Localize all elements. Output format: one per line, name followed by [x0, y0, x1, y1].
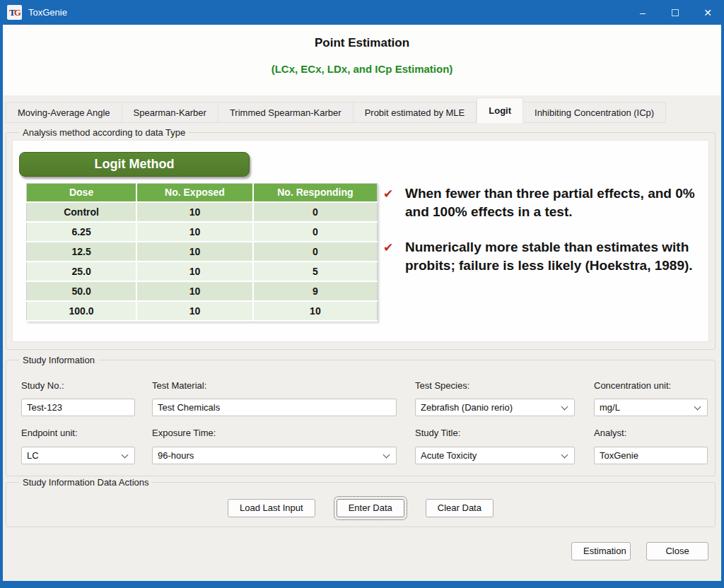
enter-data-button[interactable]: Enter Data [337, 499, 404, 517]
column-header-responding: No. Responding [253, 184, 378, 202]
maximize-button[interactable] [659, 0, 691, 25]
test-species-label: Test Species: [415, 380, 469, 391]
cell-dose: 6.25 [27, 222, 137, 242]
table-header-row: Dose No. Exposed No. Responding [27, 184, 378, 202]
endpoint-unit-select[interactable]: LC [21, 447, 135, 464]
test-species-value: Zebrafish (Danio rerio) [421, 402, 513, 413]
study-information-label: Study Information [19, 355, 98, 365]
dose-response-table: Dose No. Exposed No. Responding Control … [26, 183, 378, 322]
page-subtitle: (LCx, ECx, LDx, and ICp Estimation) [3, 63, 721, 75]
concentration-unit-select[interactable]: mg/L [594, 399, 708, 416]
study-title-label: Study Title: [415, 428, 460, 438]
test-material-input[interactable]: Test Chemicals [152, 399, 397, 416]
dialog-body: Point Estimation (LCx, ECx, LDx, and ICp… [0, 25, 724, 588]
cell-dose: 50.0 [27, 281, 137, 301]
method-note-text: Numerically more stable than estimates w… [405, 240, 693, 273]
analyst-label: Analyst: [594, 428, 626, 438]
logit-method-banner: Logit Method [19, 152, 250, 177]
tab-trimmed-spearman-karber[interactable]: Trimmed Spearman-Karber [218, 102, 354, 123]
close-button[interactable]: ✕ [691, 0, 724, 25]
table-row: 6.25 10 0 [27, 222, 378, 242]
method-note-item: ✔ When fewer than three partial effects,… [383, 184, 705, 221]
app-logo-icon: TG [7, 5, 22, 20]
analyst-input[interactable]: ToxGenie [594, 447, 708, 464]
cell-responding: 0 [253, 242, 378, 261]
data-actions-groupbox: Study Information Data Actions Load Last… [6, 482, 716, 527]
study-title-select[interactable]: Acute Toxicity [415, 447, 575, 464]
app-window: TG ToxGenie – ✕ Point Estimation (LCx, E… [0, 0, 724, 588]
cell-responding: 9 [253, 281, 378, 301]
exposure-time-label: Exposure Time: [152, 428, 216, 438]
cell-exposed: 10 [136, 261, 253, 281]
minimize-icon: – [640, 7, 646, 18]
data-actions-row: Load Last Input Enter Data Clear Data [6, 499, 715, 517]
page-title: Point Estimation [3, 36, 721, 50]
load-last-input-button[interactable]: Load Last Input [228, 499, 315, 517]
tab-spearman-karber[interactable]: Spearman-Karber [122, 102, 218, 123]
study-information-groupbox: Study Information Study No.: Test Materi… [6, 360, 716, 476]
cell-dose: 100.0 [27, 301, 137, 321]
window-title: ToxGenie [28, 7, 67, 18]
cell-dose: 12.5 [27, 242, 137, 261]
header: Point Estimation (LCx, ECx, LDx, and ICp… [3, 25, 721, 95]
analysis-groupbox: Analysis method according to data Type L… [6, 132, 716, 350]
chevron-down-icon [122, 452, 129, 459]
title-bar: TG ToxGenie – ✕ [0, 0, 724, 25]
cell-responding: 10 [253, 301, 378, 321]
check-icon: ✔ [383, 185, 393, 204]
minimize-button[interactable]: – [626, 0, 659, 25]
exposure-time-select[interactable]: 96-hours [152, 447, 397, 464]
test-material-label: Test Material: [152, 380, 206, 391]
data-actions-label: Study Information Data Actions [19, 477, 152, 488]
close-dialog-button[interactable]: Close [646, 542, 708, 560]
endpoint-unit-label: Endpoint unit: [21, 428, 78, 438]
tab-moving-average-angle[interactable]: Moving-Average Angle [6, 102, 122, 123]
estimation-button[interactable]: Estimation [571, 542, 631, 560]
check-icon: ✔ [383, 239, 393, 257]
column-header-dose: Dose [27, 184, 137, 202]
method-note-text: When fewer than three partial effects, a… [405, 186, 695, 219]
cell-responding: 0 [253, 222, 378, 242]
study-title-value: Acute Toxicity [421, 450, 477, 461]
tab-inhibiting-concentration[interactable]: Inhibiting Concentration (ICp) [523, 102, 666, 123]
table-row: 50.0 10 9 [27, 281, 378, 301]
cell-exposed: 10 [136, 301, 253, 321]
table-row: Control 10 0 [27, 202, 378, 222]
logo-letter-t: T [9, 7, 14, 18]
chevron-down-icon [561, 404, 568, 411]
table-row: 25.0 10 5 [27, 261, 378, 281]
cell-exposed: 10 [136, 222, 253, 242]
method-note-item: ✔ Numerically more stable than estimates… [383, 238, 705, 275]
maximize-icon [672, 9, 679, 16]
cell-exposed: 10 [136, 242, 253, 261]
tab-logit[interactable]: Logit [477, 98, 523, 123]
table-row: 100.0 10 10 [27, 301, 378, 321]
tab-probit-mle[interactable]: Probit estimated by MLE [354, 102, 477, 123]
method-notes: ✔ When fewer than three partial effects,… [383, 184, 705, 292]
exposure-time-value: 96-hours [158, 450, 194, 461]
chevron-down-icon [561, 452, 568, 459]
window-controls: – ✕ [626, 0, 724, 25]
cell-dose: Control [27, 202, 137, 222]
chevron-down-icon [383, 452, 390, 459]
analysis-groupbox-label: Analysis method according to data Type [19, 127, 189, 138]
method-tabs: Moving-Average Angle Spearman-Karber Tri… [6, 98, 666, 123]
clear-data-button[interactable]: Clear Data [426, 499, 494, 517]
column-header-exposed: No. Exposed [136, 184, 253, 202]
cell-exposed: 10 [136, 202, 253, 222]
endpoint-unit-value: LC [27, 450, 39, 461]
cell-dose: 25.0 [27, 261, 137, 281]
logo-letter-g: G [14, 7, 20, 18]
cell-exposed: 10 [136, 281, 253, 301]
cell-responding: 0 [253, 202, 378, 222]
table-row: 12.5 10 0 [27, 242, 378, 261]
close-icon: ✕ [703, 7, 712, 18]
study-no-label: Study No.: [21, 380, 64, 391]
chevron-down-icon [694, 404, 701, 411]
study-no-input[interactable]: Test-123 [21, 399, 135, 416]
concentration-unit-label: Concentration unit: [594, 380, 671, 391]
cell-responding: 5 [253, 261, 378, 281]
test-species-select[interactable]: Zebrafish (Danio rerio) [415, 399, 575, 416]
analysis-panel: Logit Method Dose No. Exposed No. Respon… [12, 140, 709, 342]
concentration-unit-value: mg/L [600, 402, 620, 413]
